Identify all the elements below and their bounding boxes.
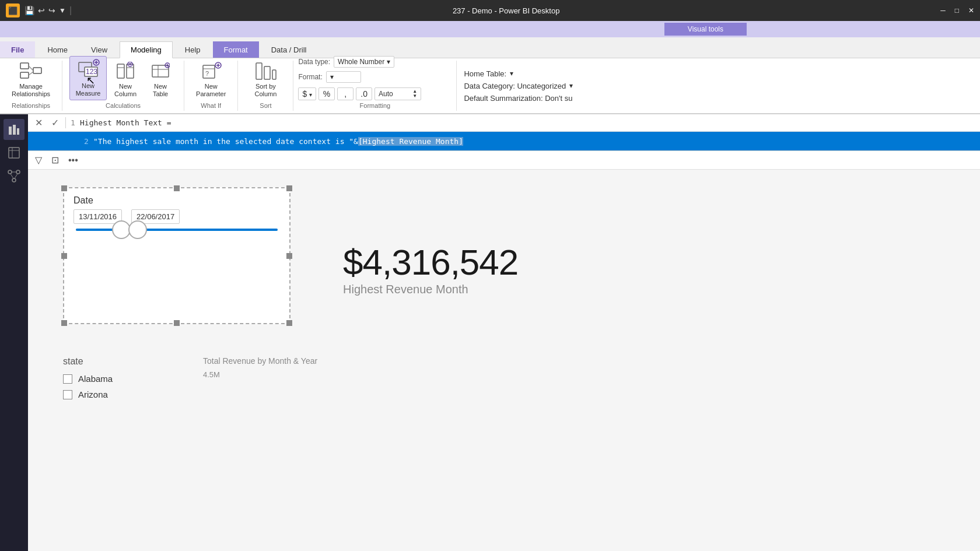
title-bar-left: ⬛ 💾 ↩ ↪ ▼ | <box>6 3 72 17</box>
sort-by-column-button[interactable]: Sort byColumn <box>245 57 286 100</box>
ribbon-properties-section: Home Table: ▾ Data Category: Uncategoriz… <box>457 61 980 111</box>
chart-title: Total Revenue by Month & Year <box>203 356 968 366</box>
svg-point-39 <box>8 170 12 174</box>
resize-handle-ml[interactable] <box>61 253 67 259</box>
visual-tools-bar: Visual tools <box>0 21 980 37</box>
what-if-section-label: What If <box>189 100 233 111</box>
visual-toolbar: ▽ ⊡ ••• <box>28 151 980 170</box>
ribbon-what-if-content: ? NewParameter <box>189 55 233 100</box>
quick-access-toolbar: 💾 ↩ ↪ ▼ | <box>24 5 72 16</box>
percent-button[interactable]: % <box>318 87 335 100</box>
dropdown-chevron-icon: ▾ <box>387 58 390 66</box>
ribbon-calculations-content: 123 NewMeasure ↖ <box>67 54 179 100</box>
svg-line-3 <box>29 66 33 71</box>
manage-relationships-label: Manage Relationships <box>12 83 50 98</box>
save-icon[interactable]: 💾 <box>24 6 34 15</box>
auto-input[interactable]: Auto ▲▼ <box>374 87 421 100</box>
formatting-section-label: Formatting <box>298 100 452 111</box>
sort-by-column-label: Sort byColumn <box>254 83 276 98</box>
resize-handle-bl[interactable] <box>61 320 67 326</box>
ribbon-relationships-section: Manage Relationships Relationships <box>0 61 62 111</box>
sidebar-item-model[interactable] <box>4 166 24 187</box>
data-type-dropdown[interactable]: Whole Number ▾ <box>334 56 394 68</box>
sidebar-item-report[interactable] <box>4 119 24 140</box>
resize-handle-tm[interactable] <box>174 185 180 191</box>
ribbon-relationships-content: Manage Relationships <box>5 55 57 100</box>
new-measure-label: NewMeasure <box>76 82 101 97</box>
slider-track[interactable] <box>76 229 278 231</box>
more-options-toolbar-button[interactable]: ••• <box>66 154 80 167</box>
data-category-row: Data Category: Uncategorized ▾ <box>464 82 973 90</box>
kpi-label: Highest Revenue Month <box>343 283 468 296</box>
new-column-label: NewColumn <box>114 83 136 98</box>
format-dropdown-chevron: ▾ <box>330 73 334 81</box>
formula-text-1[interactable]: Highest Month Text = <box>80 118 172 127</box>
expand-toolbar-button[interactable]: ⊡ <box>49 153 61 167</box>
formula-cancel-button[interactable]: ✕ <box>33 117 44 128</box>
checkbox-arizona[interactable] <box>63 390 72 399</box>
sort-section-label: Sort <box>243 100 288 111</box>
new-measure-icon: 123 <box>76 59 100 82</box>
svg-rect-0 <box>20 63 29 69</box>
new-table-label: NewTable <box>153 83 168 98</box>
resize-handle-bm[interactable] <box>174 320 180 326</box>
chart-y-label: 4.5M <box>203 370 968 379</box>
new-measure-button[interactable]: 123 NewMeasure ↖ <box>69 56 107 100</box>
close-btn[interactable]: ✕ <box>968 6 974 15</box>
slider-thumb-right[interactable] <box>128 220 147 239</box>
redo-icon[interactable]: ↪ <box>48 6 55 15</box>
format-dropdown[interactable]: ▾ <box>326 71 361 83</box>
resize-handle-tr[interactable] <box>286 185 292 191</box>
checkbox-alabama[interactable] <box>63 374 72 384</box>
bottom-section: state Alabama Arizona Total Revenue by M… <box>63 356 968 405</box>
default-summarization-row: Default Summarization: Don't su <box>464 94 973 103</box>
manage-relationships-button[interactable]: Manage Relationships <box>7 57 55 100</box>
formula-line-num-2: 2 <box>79 137 93 146</box>
resize-handle-tl[interactable] <box>61 185 67 191</box>
left-sidebar <box>0 114 28 551</box>
report-view-icon <box>8 123 20 136</box>
ribbon-what-if-section: ? NewParameter What If <box>184 61 238 111</box>
svg-point-40 <box>16 170 20 174</box>
main-content: ✕ ✓ 1 Highest Month Text = 2 "The highes… <box>28 114 980 551</box>
resize-handle-br[interactable] <box>286 320 292 326</box>
revenue-chart: Total Revenue by Month & Year 4.5M <box>203 356 968 405</box>
title-bar: ⬛ 💾 ↩ ↪ ▼ | 237 - Demo - Power BI Deskto… <box>0 0 980 21</box>
dropdown-icon[interactable]: ▼ <box>59 6 66 15</box>
formula-text-pre: "The highest sale month in the selected … <box>93 137 358 146</box>
data-type-label: Data type: <box>298 58 330 66</box>
manage-relationships-icon <box>19 59 43 83</box>
svg-line-43 <box>10 174 13 178</box>
home-table-dropdown-chevron: ▾ <box>510 69 513 78</box>
data-category-dropdown-icon[interactable]: ▾ <box>569 82 573 90</box>
undo-icon[interactable]: ↩ <box>38 6 45 15</box>
canvas-area: Date 13/11/2016 22/06/2017 <box>28 170 980 551</box>
app-logo: ⬛ <box>6 3 20 17</box>
ribbon-calculations-section: 123 NewMeasure ↖ <box>62 61 184 111</box>
formula-highlight: [Highest Revenue Month] <box>358 137 463 146</box>
app-body: ✕ ✓ 1 Highest Month Text = 2 "The highes… <box>0 114 980 551</box>
formula-confirm-button[interactable]: ✓ <box>49 117 61 128</box>
home-table-dropdown[interactable]: ▾ <box>510 69 513 78</box>
ribbon-sort-section: Sort byColumn Sort <box>238 61 293 111</box>
sort-by-column-icon <box>254 59 277 83</box>
window-controls[interactable]: ─ □ ✕ <box>940 6 974 15</box>
minimize-btn[interactable]: ─ <box>940 6 946 15</box>
formula-buttons: ✕ ✓ <box>28 117 66 128</box>
svg-text:123: 123 <box>86 68 97 76</box>
decimal-button[interactable]: .0 <box>356 87 372 100</box>
formula-line-2[interactable]: 2 "The highest sale month in the selecte… <box>75 137 980 146</box>
comma-button[interactable]: , <box>337 87 354 100</box>
new-table-button[interactable]: NewTable <box>144 57 177 100</box>
formula-editor: ✕ ✓ 1 Highest Month Text = 2 "The highes… <box>28 114 980 151</box>
new-parameter-button[interactable]: ? NewParameter <box>191 57 230 100</box>
date-slicer-widget[interactable]: Date 13/11/2016 22/06/2017 <box>63 187 290 324</box>
currency-button[interactable]: $ ▾ <box>298 87 316 100</box>
slider-fill <box>76 229 278 231</box>
filter-toolbar-button[interactable]: ▽ <box>33 153 44 167</box>
sidebar-item-data[interactable] <box>4 142 24 163</box>
svg-rect-36 <box>9 148 19 158</box>
resize-handle-mr[interactable] <box>286 253 292 259</box>
maximize-btn[interactable]: □ <box>955 6 959 15</box>
new-column-button[interactable]: NewColumn <box>109 57 142 100</box>
